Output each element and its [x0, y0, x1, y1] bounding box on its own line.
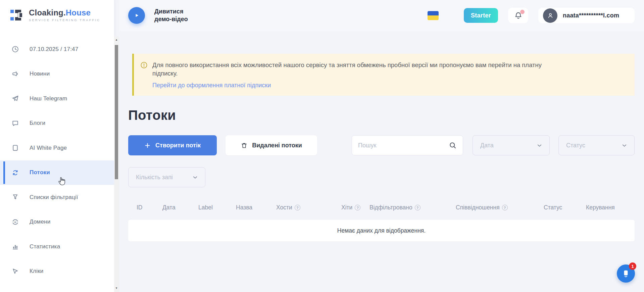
create-stream-button[interactable]: Створити потік — [128, 135, 217, 155]
svg-text:w: w — [14, 221, 16, 224]
play-icon — [133, 12, 140, 19]
trash-icon — [241, 142, 248, 149]
telegram-icon — [11, 94, 19, 103]
bar-chart-icon — [11, 242, 19, 251]
sidebar-item-statistics[interactable]: Статистика — [0, 234, 114, 259]
sidebar-item-label: Новини — [30, 70, 50, 77]
funnel-icon — [11, 193, 19, 201]
sidebar-item-filter-lists[interactable]: Списки фільтрації — [0, 185, 114, 210]
brand-name-dark: Cloaking. — [29, 8, 66, 17]
sidebar-item-label: 07.10.2025 / 17:47 — [30, 46, 78, 53]
person-icon — [546, 11, 554, 19]
user-account-button[interactable]: naata**********l.com — [538, 8, 635, 23]
chat-widget-button[interactable]: 1 — [617, 264, 635, 283]
page-title: Потоки — [128, 108, 635, 123]
col-header-actions: Керування — [586, 204, 615, 211]
sidebar-item-streams[interactable]: Потоки — [0, 160, 114, 185]
clock-icon — [11, 45, 19, 53]
brand-logo[interactable]: Cloaking.House SERVICE FILTERING TRAFFIC — [0, 0, 114, 23]
user-email: naata**********l.com — [563, 12, 619, 19]
toolbar-row-2: Кількість запі — [128, 167, 635, 187]
sidebar-item-label: Домени — [30, 218, 50, 225]
deleted-streams-button[interactable]: Видалені потоки — [226, 135, 317, 155]
banner-message: Для повного використання всіх можливосте… — [152, 61, 552, 78]
brand-logo-text: Cloaking.House SERVICE FILTERING TRAFFIC — [29, 8, 100, 22]
notifications-button[interactable] — [508, 8, 528, 23]
chevron-down-icon — [621, 142, 628, 149]
search-icon — [449, 141, 457, 149]
sidebar-item-label: Кліки — [30, 268, 44, 275]
warning-icon — [140, 61, 148, 69]
chat-bubble-icon — [11, 119, 19, 128]
ukraine-flag-language-switcher[interactable] — [428, 11, 439, 20]
sidebar-item-label: Потоки — [30, 169, 50, 176]
help-icon[interactable]: ? — [295, 205, 300, 210]
plan-badge[interactable]: Starter — [464, 8, 498, 23]
sidebar-item-label: Списки фільтрації — [30, 194, 78, 201]
demo-video-label[interactable]: Дивитися демо-відео — [154, 8, 188, 23]
sidebar-item-label: Статистика — [30, 243, 60, 250]
brand-name-accent: House — [66, 8, 91, 17]
plus-icon — [144, 142, 151, 149]
col-header-id: ID — [137, 204, 143, 211]
sidebar-item-ai-white-page[interactable]: AI White Page — [0, 136, 114, 160]
sidebar-item-clicks[interactable]: Кліки — [0, 259, 114, 284]
col-header-ratio: Співвідношення? — [456, 204, 508, 211]
demo-video-play-button[interactable] — [128, 7, 145, 24]
main-content: Дивитися демо-відео Starter naata*******… — [119, 0, 644, 292]
sidebar-item-telegram[interactable]: Наш Telegram — [0, 86, 114, 111]
cursor-icon — [11, 267, 19, 276]
megaphone-icon — [11, 70, 19, 78]
chat-messenger-icon — [622, 269, 630, 278]
sidebar-item-label: Наш Telegram — [30, 95, 67, 102]
streams-table-header: ID Дата Label Назва Хости? Хіти? Відфіль… — [128, 204, 635, 212]
notification-dot — [520, 10, 525, 14]
chevron-down-icon — [536, 142, 543, 149]
trial-warning-banner: Для повного використання всіх можливосте… — [132, 54, 635, 96]
search-input[interactable] — [358, 142, 449, 149]
chevron-down-icon — [192, 174, 198, 181]
sidebar: Cloaking.House SERVICE FILTERING TRAFFIC… — [0, 0, 114, 292]
col-header-name: Назва — [236, 204, 252, 211]
help-icon[interactable]: ? — [355, 205, 360, 210]
help-icon[interactable]: ? — [502, 205, 508, 210]
col-header-hits: Хіти? — [341, 204, 360, 211]
topbar-right: Starter naata**********l.com — [428, 8, 635, 23]
search-field[interactable] — [352, 135, 463, 155]
app-window: Cloaking.House SERVICE FILTERING TRAFFIC… — [0, 0, 644, 292]
sidebar-item-domains[interactable]: w Домени — [0, 210, 114, 235]
help-icon[interactable]: ? — [415, 205, 420, 210]
sidebar-item-blogs[interactable]: Блоги — [0, 111, 114, 136]
empty-state-text: Немає даних для відображення. — [337, 227, 426, 234]
sync-icon — [11, 168, 19, 177]
brand-tagline: SERVICE FILTERING TRAFFIC — [29, 18, 100, 22]
col-header-date: Дата — [162, 204, 176, 211]
sidebar-item-label: AI White Page — [30, 145, 67, 151]
sidebar-scrollbar: ▲ ▼ — [114, 36, 119, 292]
per-page-dropdown[interactable]: Кількість запі — [128, 167, 205, 187]
upgrade-subscription-link[interactable]: Перейти до оформлення платної підписки — [152, 82, 271, 89]
toolbar-row-1: Створити потік Видалені потоки Дата Стат… — [128, 135, 635, 155]
page-icon — [11, 144, 19, 152]
scroll-down-arrow[interactable]: ▼ — [114, 285, 119, 291]
col-header-hosts: Хости? — [276, 204, 300, 211]
col-header-status: Статус — [544, 204, 562, 211]
date-filter-dropdown[interactable]: Дата — [473, 135, 550, 155]
col-header-label: Label — [198, 204, 213, 211]
table-empty-row: Немає даних для відображення. — [128, 220, 635, 241]
domain-w-icon: w — [11, 218, 19, 226]
topbar: Дивитися демо-відео Starter naata*******… — [119, 0, 644, 31]
status-filter-dropdown[interactable]: Статус — [558, 135, 635, 155]
sidebar-item-label: Блоги — [30, 120, 45, 127]
scroll-up-arrow[interactable]: ▲ — [114, 37, 119, 42]
chat-unread-badge: 1 — [629, 262, 636, 270]
col-header-filtered: Відфільтровано? — [369, 204, 420, 211]
sidebar-item-news[interactable]: Новини — [0, 62, 114, 87]
scrollbar-thumb[interactable] — [115, 45, 118, 179]
brand-logo-icon — [10, 7, 26, 23]
sidebar-menu: 07.10.2025 / 17:47 Новини Наш Telegram Б… — [0, 37, 114, 284]
avatar — [543, 8, 557, 23]
sidebar-item-datetime: 07.10.2025 / 17:47 — [0, 37, 114, 62]
